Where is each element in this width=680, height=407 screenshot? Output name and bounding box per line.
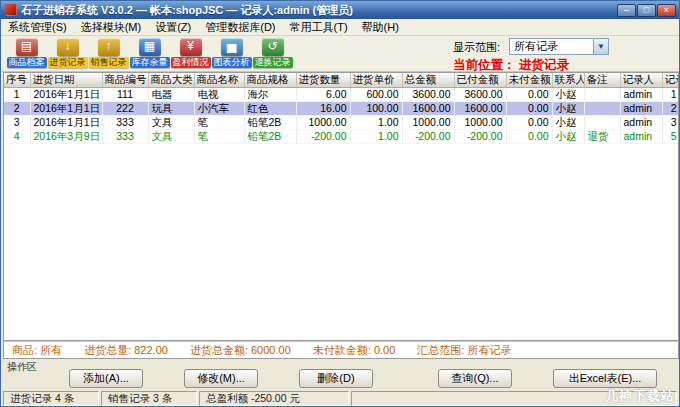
table-cell: 红色	[244, 102, 296, 116]
add-button[interactable]: 添加(A)...	[69, 369, 143, 388]
menu-bar: 系统管理(S)选择模块(M)设置(Z)管理数据库(D)常用工具(T)帮助(H)	[1, 19, 679, 36]
toolbar-button-sales-records[interactable]: ↑销售记录	[88, 38, 129, 68]
close-button[interactable]: ×	[657, 4, 676, 17]
status-panel: 总盈利额 -250.00 元	[199, 391, 349, 406]
table-cell: 小汽车	[194, 102, 244, 116]
inventory-balance-icon: ▦	[139, 38, 161, 56]
column-header[interactable]: 未付金额	[506, 73, 552, 88]
watermark-text: 几神下载站	[605, 387, 675, 405]
summary-item: 进货总金额: 6000.00	[190, 343, 291, 358]
table-cell: -200.00	[296, 130, 350, 144]
table-header-row: 序号进货日期商品编号商品大类商品名称商品规格进货数量进货单价总金额已付金额未付金…	[4, 73, 679, 88]
table-cell: 小赵	[552, 102, 584, 116]
table-cell: 海尔	[244, 88, 296, 102]
toolbar-button-product-archive[interactable]: ▤商品档案	[6, 38, 47, 68]
column-header[interactable]: 商品大类	[148, 73, 194, 88]
column-header[interactable]: 总金额	[402, 73, 454, 88]
status-panel: 销售记录 3 条	[101, 391, 197, 406]
table-cell: 3	[662, 116, 679, 130]
table-cell: 222	[102, 102, 148, 116]
table-row[interactable]: 42016年3月9日333文具笔铅笔2B-200.001.00-200.00-2…	[4, 130, 679, 144]
delete-button[interactable]: 删除(D)	[299, 369, 373, 388]
toolbar-button-chart-analysis[interactable]: ▅图表分析	[211, 38, 252, 68]
column-header[interactable]: 记录人	[620, 73, 662, 88]
menu-item[interactable]: 常用工具(T)	[283, 19, 355, 36]
modify-button[interactable]: 修改(M)...	[184, 369, 258, 388]
menu-item[interactable]: 选择模块(M)	[74, 19, 149, 36]
sales-records-icon: ↑	[98, 38, 120, 56]
maximize-button[interactable]: □	[637, 4, 656, 17]
table-cell: 电器	[148, 88, 194, 102]
toolbar: ▤商品档案↓进货记录↑销售记录▦库存余量¥盈利情况▅图表分析↺退换记录 显示范围…	[1, 36, 679, 72]
toolbar-button-returns-records[interactable]: ↺退换记录	[252, 38, 293, 68]
operations-area: 操作区 添加(A)...修改(M)...删除(D)查询(Q)...出Excel表…	[1, 359, 679, 390]
app-window: 石子进销存系统 V3.0.2 — 帐本:shopJSC — 记录人:admin …	[0, 0, 680, 407]
table-cell: 0.00	[506, 116, 552, 130]
query-button[interactable]: 查询(Q)...	[438, 369, 512, 388]
toolbar-button-label: 商品档案	[7, 57, 47, 68]
table-cell: 333	[102, 130, 148, 144]
window-controls: – □ ×	[617, 4, 676, 17]
column-header[interactable]: 联系人	[552, 73, 584, 88]
column-header[interactable]: 已付金额	[454, 73, 506, 88]
summary-item: 进货总量: 822.00	[84, 343, 168, 358]
menu-item[interactable]: 系统管理(S)	[1, 19, 74, 36]
menu-item[interactable]: 帮助(H)	[355, 19, 406, 36]
table-cell: 1.00	[350, 116, 402, 130]
column-header[interactable]: 商品规格	[244, 73, 296, 88]
column-header[interactable]: 备注	[584, 73, 620, 88]
toolbar-button-inventory-balance[interactable]: ▦库存余量	[129, 38, 170, 68]
table-cell: 600.00	[350, 88, 402, 102]
column-header[interactable]: 商品名称	[194, 73, 244, 88]
table-cell: 333	[102, 116, 148, 130]
records-table-wrap: 序号进货日期商品编号商品大类商品名称商品规格进货数量进货单价总金额已付金额未付金…	[3, 72, 679, 341]
column-header[interactable]: 进货单价	[350, 73, 402, 88]
table-row[interactable]: 12016年1月1日111电器电视海尔6.00600.003600.003600…	[4, 88, 679, 102]
table-cell: 2016年1月1日	[30, 116, 102, 130]
profit-status-icon: ¥	[180, 38, 202, 56]
chevron-down-icon[interactable]: ▼	[593, 39, 608, 54]
table-cell: 小赵	[552, 116, 584, 130]
toolbar-button-profit-status[interactable]: ¥盈利情况	[170, 38, 211, 68]
table-cell: 铅笔2B	[244, 130, 296, 144]
table-cell: 2016年3月9日	[30, 130, 102, 144]
display-range-select[interactable]: 所有记录 ▼	[509, 38, 609, 55]
table-cell: 3	[4, 116, 30, 130]
menu-item[interactable]: 管理数据库(D)	[198, 19, 282, 36]
table-cell: 2016年1月1日	[30, 88, 102, 102]
table-cell: 退货	[584, 130, 620, 144]
table-cell: 3600.00	[402, 88, 454, 102]
column-header[interactable]: 商品编号	[102, 73, 148, 88]
export-excel-button[interactable]: 出Excel表(E)...	[553, 369, 657, 388]
table-row[interactable]: 22016年1月1日222玩具小汽车红色16.00100.001600.0016…	[4, 102, 679, 116]
table-cell: 0.00	[506, 88, 552, 102]
toolbar-button-label: 库存余量	[130, 57, 170, 68]
table-cell: 玩具	[148, 102, 194, 116]
column-header[interactable]: 进货数量	[296, 73, 350, 88]
column-header[interactable]: 序号	[4, 73, 30, 88]
column-header[interactable]: 记录…	[662, 73, 679, 88]
purchase-records-icon: ↓	[57, 38, 79, 56]
table-cell: 5	[662, 130, 679, 144]
table-cell: 小赵	[552, 88, 584, 102]
table-cell: 3600.00	[454, 88, 506, 102]
records-table: 序号进货日期商品编号商品大类商品名称商品规格进货数量进货单价总金额已付金额未付金…	[4, 73, 679, 144]
column-header[interactable]: 进货日期	[30, 73, 102, 88]
table-cell: 文具	[148, 116, 194, 130]
table-cell: 1.00	[350, 130, 402, 144]
toolbar-button-label: 销售记录	[89, 57, 129, 68]
minimize-button[interactable]: –	[617, 4, 636, 17]
summary-item: 汇总范围: 所有记录	[417, 343, 511, 358]
toolbar-button-purchase-records[interactable]: ↓进货记录	[47, 38, 88, 68]
table-cell: 16.00	[296, 102, 350, 116]
table-cell: 文具	[148, 130, 194, 144]
operations-group-label: 操作区	[7, 360, 37, 374]
table-cell: 1600.00	[454, 102, 506, 116]
table-cell: 111	[102, 88, 148, 102]
menu-item[interactable]: 设置(Z)	[148, 19, 198, 36]
status-panel: 进货记录 4 条	[3, 391, 99, 406]
toolbar-button-label: 进货记录	[48, 57, 88, 68]
table-cell: 0.00	[506, 102, 552, 116]
table-row[interactable]: 32016年1月1日333文具笔铅笔2B1000.001.001000.0010…	[4, 116, 679, 130]
table-cell: 6.00	[296, 88, 350, 102]
